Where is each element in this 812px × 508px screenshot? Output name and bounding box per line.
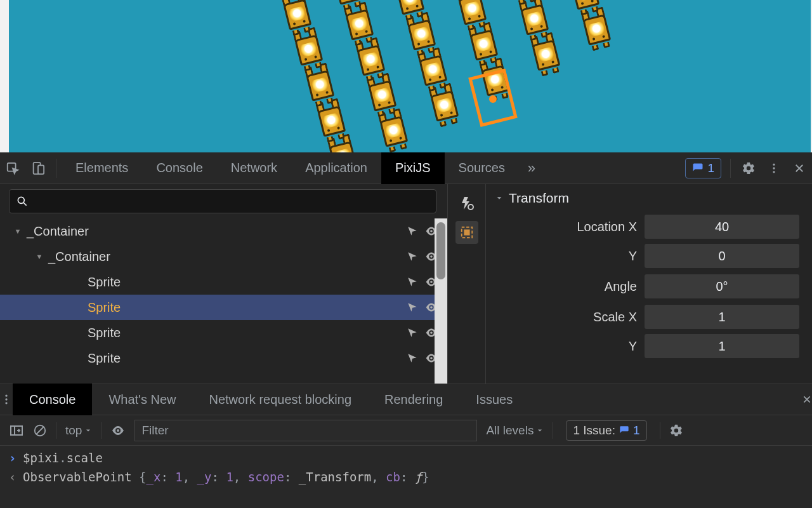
svg-point-3 — [773, 163, 775, 165]
prop-label-scale-x: Scale X — [495, 310, 637, 324]
svg-point-18 — [5, 402, 7, 404]
input-location-y[interactable]: 0 — [645, 244, 799, 268]
transform-section-header[interactable]: Transform — [495, 190, 799, 206]
tree-caret-icon — [74, 328, 84, 338]
drawer-tab-issues[interactable]: Issues — [459, 384, 529, 415]
drawer-tab-network-blocking[interactable]: Network request blocking — [192, 384, 368, 415]
tree-sprite-row[interactable]: Sprite — [0, 295, 447, 320]
code-token: ObservablePoint — [23, 470, 132, 484]
tab-network[interactable]: Network — [217, 152, 291, 184]
tree-item-label: Sprite — [88, 300, 121, 315]
search-icon — [16, 195, 29, 208]
svg-point-10 — [430, 306, 433, 309]
code-token: _y — [197, 470, 212, 484]
tree-container-row[interactable]: ▼_Container — [0, 218, 447, 244]
divider — [660, 422, 660, 439]
drawer-tab-console[interactable]: Console — [13, 384, 92, 415]
code-token: ƒ — [415, 470, 422, 484]
game-sprite[interactable] — [514, 0, 553, 40]
tree-container-row[interactable]: ▼_Container — [0, 244, 447, 269]
code-token: , — [183, 470, 197, 484]
live-expression-icon[interactable] — [110, 423, 126, 438]
game-canvas[interactable] — [9, 0, 811, 152]
close-drawer-icon[interactable] — [802, 394, 812, 404]
tree-caret-icon[interactable]: ▼ — [34, 251, 44, 262]
prompt-icon: › — [9, 451, 23, 465]
svg-point-7 — [430, 230, 433, 232]
tree-item-label: _Container — [48, 250, 110, 264]
divider — [56, 422, 56, 439]
scrollbar-thumb[interactable] — [436, 222, 445, 279]
scene-tree[interactable]: ▼_Container▼_ContainerSpriteSpriteSprite… — [0, 218, 447, 384]
drawer-menu-icon[interactable] — [0, 393, 13, 406]
console-sidebar-toggle-icon[interactable] — [9, 423, 24, 438]
console-filter-input[interactable]: Filter — [134, 420, 477, 441]
pixijs-panel: ▼_Container▼_ContainerSpriteSpriteSprite… — [0, 184, 812, 384]
svg-rect-15 — [464, 229, 469, 235]
input-angle[interactable]: 0° — [645, 274, 799, 298]
locate-icon[interactable] — [407, 302, 418, 313]
divider — [553, 422, 553, 439]
locate-icon[interactable] — [407, 276, 418, 288]
section-title: Transform — [509, 190, 569, 206]
drawer-tab-rendering[interactable]: Rendering — [368, 384, 459, 415]
kebab-menu-icon[interactable] — [761, 152, 787, 184]
tree-sprite-row[interactable]: Sprite — [0, 345, 447, 371]
divider — [730, 159, 731, 178]
devtools-main-tabbar: Elements Console Network Application Pix… — [0, 152, 812, 184]
tab-console[interactable]: Console — [142, 152, 216, 184]
close-devtools-icon[interactable] — [787, 152, 812, 184]
tree-sprite-row[interactable]: Sprite — [0, 320, 447, 345]
tree-caret-icon[interactable]: ▼ — [13, 226, 23, 236]
execution-context-dropdown[interactable]: top — [65, 424, 92, 438]
tab-pixijs[interactable]: PixiJS — [381, 152, 445, 184]
svg-point-11 — [430, 331, 433, 334]
chevron-down-icon — [84, 427, 92, 434]
tree-item-label: _Container — [27, 224, 89, 239]
tree-caret-icon — [74, 302, 84, 312]
more-tabs-icon[interactable]: » — [519, 152, 544, 184]
svg-point-21 — [117, 429, 119, 432]
inspect-element-icon[interactable] — [0, 152, 25, 184]
console-issues-badge[interactable]: 1 Issue: 1 — [566, 420, 646, 441]
highlight-tool-icon[interactable] — [455, 192, 478, 215]
svg-point-16 — [5, 395, 7, 397]
locate-icon[interactable] — [407, 251, 418, 262]
code-token: scale — [67, 451, 103, 465]
input-scale-y[interactable]: 1 — [645, 334, 799, 358]
locate-icon[interactable] — [407, 327, 418, 338]
settings-icon[interactable] — [736, 152, 761, 184]
locate-icon[interactable] — [407, 225, 418, 237]
console-settings-icon[interactable] — [669, 424, 683, 438]
console-output[interactable]: › $pixi.scale ‹ ObservablePoint {_x: 1, … — [0, 446, 812, 489]
log-levels-dropdown[interactable]: All levels — [486, 424, 544, 438]
locate-icon[interactable] — [407, 352, 418, 364]
input-scale-x[interactable]: 1 — [645, 305, 799, 329]
issues-count: 1 — [707, 161, 714, 175]
divider — [56, 159, 56, 178]
device-toolbar-icon[interactable] — [25, 152, 51, 184]
filter-placeholder: Filter — [141, 424, 168, 438]
code-token: : — [400, 470, 415, 484]
input-location-x[interactable]: 40 — [645, 215, 799, 239]
svg-point-6 — [18, 197, 24, 203]
tab-elements[interactable]: Elements — [62, 152, 142, 184]
tab-application[interactable]: Application — [291, 152, 381, 184]
search-input[interactable] — [9, 189, 436, 213]
tree-sprite-row[interactable]: Sprite — [0, 269, 447, 295]
drawer-tab-whatsnew[interactable]: What's New — [92, 384, 192, 415]
bounds-tool-icon[interactable] — [455, 221, 478, 244]
svg-point-17 — [5, 398, 7, 400]
prop-label-location-x: Location X — [495, 220, 637, 234]
log-levels-value: All levels — [486, 424, 534, 438]
clear-console-icon[interactable] — [33, 424, 47, 438]
tab-sources[interactable]: Sources — [445, 152, 519, 184]
scrollbar[interactable] — [435, 218, 447, 384]
pixijs-tree-pane: ▼_Container▼_ContainerSpriteSpriteSprite… — [0, 184, 448, 384]
selection-anchor-dot — [489, 95, 497, 103]
svg-point-8 — [430, 255, 433, 258]
code-token: : — [284, 470, 299, 484]
issues-badge[interactable]: 1 — [685, 158, 721, 178]
issues-label: 1 Issue: — [573, 424, 615, 438]
code-token: : — [160, 470, 175, 484]
